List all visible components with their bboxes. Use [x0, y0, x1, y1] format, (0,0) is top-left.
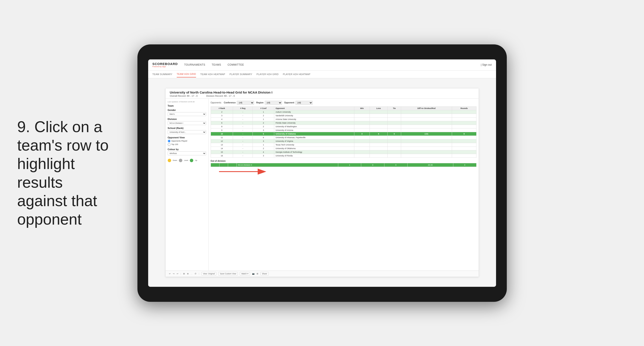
app-panel: University of North Carolina Head-to-Hea…	[165, 88, 479, 277]
table-row[interactable]: 14-2 University of Oklahoma	[211, 146, 476, 150]
view-original-btn[interactable]: View: Original	[202, 272, 216, 276]
conference-filter-select[interactable]: (All)	[237, 101, 254, 105]
sub-nav: TEAM SUMMARY TEAM H2H GRID TEAM H2H HEAT…	[148, 70, 496, 78]
logo-title: SCOREBOARD	[152, 62, 178, 66]
sign-out-button[interactable]: Sign out	[482, 63, 492, 66]
nav-right: | Sign out	[481, 63, 492, 66]
panel-toolbar: ↩ ↪ ↩ | ⊞ ⊕ ... ⏱ | View: Original Save …	[166, 271, 479, 277]
conference-filter-group: Conference (All)	[224, 101, 254, 105]
out-of-division-table: NCAA Division II 1 0 0 26.00 3	[211, 163, 476, 167]
layout-icon[interactable]: ⊞	[256, 273, 258, 275]
filter-row: Opponents: Conference (All) Region	[211, 101, 476, 105]
division-label: Division	[168, 118, 206, 120]
opponent-filter-group: Opponent (All)	[284, 101, 313, 105]
conference-filter-header: Conference	[224, 101, 236, 104]
col-rounds: Rounds	[452, 106, 476, 110]
last-updated: Last Updated: 27/03/2024 16:55:38	[168, 101, 206, 103]
plus-icon[interactable]: ⊕	[187, 273, 189, 275]
col-loss: Loss	[370, 106, 388, 110]
table-row[interactable]: 9-3 University of Arizona	[211, 128, 476, 132]
panel-title: University of North Carolina Head-to-Hea…	[170, 90, 272, 94]
legend-dot-down	[168, 159, 171, 162]
table-row[interactable]: 2-1 Auburn University	[211, 110, 476, 114]
logo-sub: Powered by clippi	[152, 66, 178, 67]
table-row[interactable]: 12-3 University of Virginia	[211, 139, 476, 143]
tab-team-summary[interactable]: TEAM SUMMARY	[152, 71, 172, 77]
gender-select[interactable]: Men's	[168, 112, 206, 116]
school-label: School (Rank)	[168, 127, 206, 129]
table-row-highlighted[interactable]: 10 - 5 University of Alabama 3 0 0 2.61	[211, 132, 476, 136]
nav-items: TOURNAMENTS TEAMS COMMITTEE	[184, 62, 481, 67]
col-opponent: Opponent	[274, 106, 354, 110]
tab-team-h2h-grid[interactable]: TEAM H2H GRID	[177, 71, 196, 77]
col-tie: Tie	[388, 106, 401, 110]
tab-player-h2h-heatmap[interactable]: PLAYER H2H HEATMAP	[283, 71, 310, 77]
undo-icon[interactable]: ↩	[169, 273, 171, 275]
col-conf: # Conf	[253, 106, 274, 110]
opponent-view-label: Opponent View	[168, 136, 206, 139]
out-of-division-label: Out of division	[211, 160, 476, 162]
nav-teams[interactable]: TEAMS	[212, 62, 221, 67]
redo-icon[interactable]: ↪	[173, 273, 174, 275]
table-row[interactable]: 3-2 Vanderbilt University	[211, 114, 476, 117]
opponent-filter-header: Opponent	[284, 101, 294, 104]
col-reg: # Reg	[233, 106, 253, 110]
table-row[interactable]: 15-4 Georgia Institute of Technology	[211, 150, 476, 154]
radio-opponents-played[interactable]: Opponents Played	[168, 140, 206, 142]
panel-subtitle: Overall Record: 89 - 17 - 0 Division Rec…	[170, 95, 272, 97]
legend-dot-up	[190, 159, 193, 162]
team-label: Team	[168, 104, 206, 107]
opponent-view-section: Opponent View Opponents Played Top 100	[168, 136, 206, 146]
region-filter-header: Region	[256, 101, 264, 104]
col-diff: Diff Av Strokes/Rnd	[401, 106, 452, 110]
tab-player-summary[interactable]: PLAYER SUMMARY	[230, 71, 252, 77]
table-row[interactable]: 4-1 Arizona State University	[211, 117, 476, 121]
table-row[interactable]: 6-2 Florida State University	[211, 121, 476, 125]
save-custom-view-btn[interactable]: Save Custom View	[218, 272, 238, 276]
tablet-screen: SCOREBOARD Powered by clippi TOURNAMENTS…	[148, 59, 496, 287]
color-by-label: Colour by	[168, 148, 206, 151]
tablet-frame: SCOREBOARD Powered by clippi TOURNAMENTS…	[138, 44, 507, 302]
legend-label-down: Down	[173, 159, 177, 161]
legend-label-up: Up	[195, 159, 197, 161]
division-select[interactable]: NCAA Division I	[168, 121, 206, 125]
opponent-filter-select[interactable]: (All)	[296, 101, 313, 105]
legend-dot-level	[179, 159, 182, 162]
back-icon[interactable]: ↩	[177, 273, 178, 275]
main-content: University of North Carolina Head-to-Hea…	[148, 78, 496, 287]
table-row[interactable]: 8-2 University of Washington	[211, 125, 476, 128]
table-row[interactable]: 16-3 University of Florida	[211, 154, 476, 157]
watch-btn[interactable]: Watch ▾	[240, 272, 250, 276]
out-of-division-row[interactable]: NCAA Division II 1 0 0 26.00 3	[211, 163, 476, 167]
tab-player-h2h-grid[interactable]: PLAYER H2H GRID	[256, 71, 279, 77]
col-win: Win	[354, 106, 370, 110]
panel-header: University of North Carolina Head-to-Hea…	[166, 88, 479, 99]
h2h-table: # Rank # Reg # Conf Opponent Win Loss Ti…	[211, 106, 476, 158]
radio-top100[interactable]: Top 100	[168, 143, 206, 146]
table-row[interactable]: 13-1 Texas Tech University	[211, 143, 476, 146]
logo: SCOREBOARD Powered by clippi	[152, 62, 178, 67]
color-legend: Down Level Up	[168, 159, 206, 162]
share-btn[interactable]: Share	[260, 272, 269, 276]
nav-committee[interactable]: COMMITTEE	[228, 62, 244, 67]
panel-body: Last Updated: 27/03/2024 16:55:38 Team G…	[166, 99, 479, 271]
app-wrapper: University of North Carolina Head-to-Hea…	[148, 78, 496, 287]
overall-record: Overall Record: 89 - 17 - 0	[170, 95, 198, 97]
school-select[interactable]: University of Nort...	[168, 130, 206, 134]
color-by-select[interactable]: Win/loss	[168, 151, 206, 155]
region-filter-select[interactable]: (All)	[265, 101, 282, 105]
instruction-area: 9. Click on ateam's row tohighlight resu…	[17, 117, 120, 228]
clock-icon[interactable]: ⏱	[194, 273, 196, 275]
col-rank: # Rank	[211, 106, 233, 110]
tab-team-h2h-heatmap[interactable]: TEAM H2H HEATMAP	[200, 71, 225, 77]
main-table-area: Opponents: Conference (All) Region	[208, 99, 479, 271]
camera-icon[interactable]: 📷	[252, 273, 254, 275]
instruction-text: 9. Click on ateam's row tohighlight resu…	[17, 117, 120, 228]
left-sidebar: Last Updated: 27/03/2024 16:55:38 Team G…	[166, 99, 208, 271]
table-row[interactable]: 11-6 University of Arkansas, Fayettevill…	[211, 136, 476, 139]
top-nav: SCOREBOARD Powered by clippi TOURNAMENTS…	[148, 59, 496, 70]
opponent-view-radio-group: Opponents Played Top 100	[168, 140, 206, 146]
nav-tournaments[interactable]: TOURNAMENTS	[184, 62, 205, 67]
filter-icon[interactable]: ⊞	[183, 273, 185, 275]
color-by-section: Colour by Win/loss	[168, 148, 206, 155]
